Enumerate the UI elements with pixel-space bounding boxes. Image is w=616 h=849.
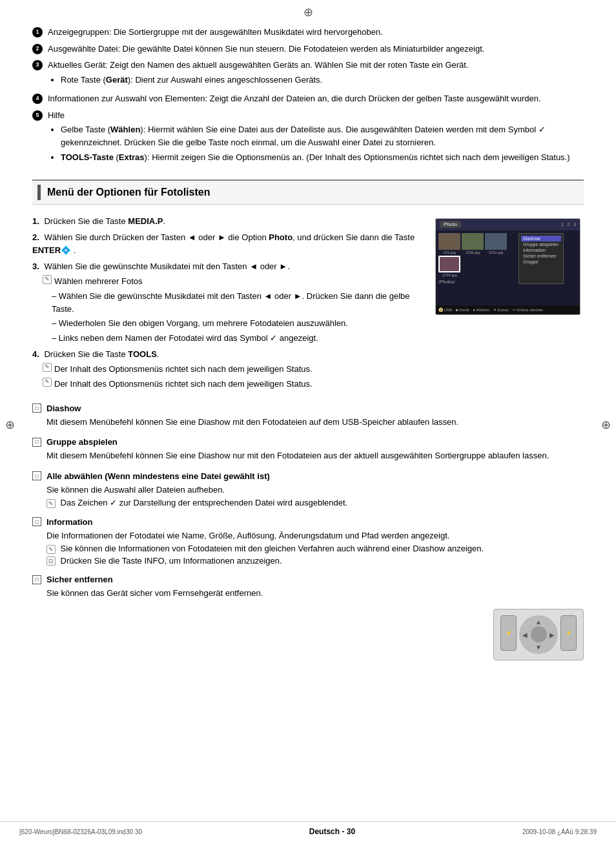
option-title-alle-abwaehlen: Alle abwählen (Wenn mindestens eine Date… xyxy=(46,471,270,481)
step-1: 1. Drücken Sie die Taste MEDIA.P. xyxy=(32,215,422,228)
menu-item-gruppe2[interactable]: Gruppe xyxy=(521,259,561,265)
menu-item-diashow[interactable]: Diashow xyxy=(521,236,561,241)
bottom-geraet: ■ Gerät xyxy=(456,308,469,312)
intro-list: 1Anzeigegruppen: Die Sortiergruppe mit d… xyxy=(32,26,584,167)
thumb-1: 123.jpg xyxy=(438,233,460,254)
option-checkbox-diashow: □ xyxy=(32,404,41,413)
intro-item-4: 4Informationen zur Auswahl von Elementen… xyxy=(32,92,584,105)
sub-bullet-3-0: Rote Taste (Gerät): Dient zur Auswahl ei… xyxy=(61,74,584,87)
intro-item-1: 1Anzeigegruppen: Die Sortiergruppe mit d… xyxy=(32,26,584,39)
step-2: 2. Wählen Sie durch Drücken der Tasten ◄… xyxy=(32,231,422,256)
sub-steps-3: Wählen Sie die gewünschte Musikdatei mit… xyxy=(52,290,422,344)
step-num-3: 3. xyxy=(32,261,39,271)
intro-item-5: 5HilfeGelbe Taste (Wählen): Hiermit wähl… xyxy=(32,109,584,167)
note-icon: ✎ Das Zeichen ✓ zur Darstellung der ents… xyxy=(46,498,347,508)
thumb-label-3: 123c.jpg xyxy=(489,251,504,254)
sub-step-3-0: Wählen Sie die gewünschte Musikdatei mit… xyxy=(52,290,422,315)
crosshair-top-icon: ⊕ xyxy=(303,5,313,19)
note-icon-4: ✎ xyxy=(43,378,52,387)
option-alle-abwaehlen: □Alle abwählen (Wenn mindestens eine Dat… xyxy=(32,471,584,508)
circle-num-4: 4 xyxy=(32,94,43,104)
thumb-img-1 xyxy=(438,233,460,250)
step-num-1: 1. xyxy=(32,216,39,226)
option-note-information-0: ✎ Sie können die Informationen von Fotod… xyxy=(32,544,584,554)
option-note-information-1: ⊡ Drücken Sie die Taste INFO, um Informa… xyxy=(32,556,584,566)
thumb-img-2 xyxy=(462,233,484,250)
note-text-4: Der Inhalt des Optionsmenüs richtet sich… xyxy=(54,378,313,391)
intro-content-3: Aktuelles Gerät: Zeigt den Namen des akt… xyxy=(48,59,584,88)
sub-bullets-3: Rote Taste (Gerät): Dient zur Auswahl ei… xyxy=(48,74,584,87)
thumb-3: 123c.jpg xyxy=(485,233,507,254)
section-heading: Menü der Optionen für Fotolisten xyxy=(32,179,584,205)
remote-dpad: ▲ ▼ ◀ ▶ xyxy=(519,615,558,654)
option-title-sicher-entfernen: Sicher entfernen xyxy=(46,575,113,584)
remote-image-area: ⚡ ▲ ▼ ◀ ▶ ⚡ xyxy=(32,609,584,660)
step-4-note: ✎Der Inhalt des Optionsmenüs richtet sic… xyxy=(43,378,422,391)
option-note-alle-abwaehlen-0: ✎ Das Zeichen ✓ zur Darstellung der ents… xyxy=(32,498,584,508)
option-checkbox-alle-abwaehlen: □ xyxy=(32,471,41,480)
step-num-4: 4. xyxy=(32,349,39,359)
thumb-2: 123b.jpg xyxy=(462,233,484,254)
option-diashow: □DiashowMit diesem Menübefehl können Sie… xyxy=(32,404,584,429)
section-heading-bar xyxy=(37,185,41,200)
crosshair-right-icon: ⊕ xyxy=(601,418,611,432)
step-note-4: ✎Der Inhalt des Optionsmenüs richtet sic… xyxy=(43,363,422,376)
thumb-label-1: 123.jpg xyxy=(443,251,456,254)
option-heading-diashow: □Diashow xyxy=(32,404,584,413)
intro-item-3: 3Aktuelles Gerät: Zeigt den Namen des ak… xyxy=(32,59,584,88)
thumb-img-3 xyxy=(485,233,507,250)
bottom-extras: ✦ Extras xyxy=(493,307,509,312)
option-body-diashow: Mit diesem Menübefehl können Sie eine Di… xyxy=(46,416,584,429)
menu-item-sicher[interactable]: Sicher entfernen xyxy=(521,253,561,259)
two-col-layout: 1. Drücken Sie die Taste MEDIA.P.2. Wähl… xyxy=(32,215,584,397)
steps-list: 1. Drücken Sie die Taste MEDIA.P.2. Wähl… xyxy=(32,215,422,391)
option-gruppe-abspielen: □Gruppe abspielenMit diesem Menübefehl k… xyxy=(32,437,584,462)
menu-item-gruppe[interactable]: Gruppe abspielen xyxy=(521,241,561,247)
option-information: □InformationDie Informationen der Fotoda… xyxy=(32,517,584,566)
option-body-alle-abwaehlen: Sie können die Auswahl aller Dateien auf… xyxy=(46,484,584,496)
intro-item-2: 2Ausgewählte Datei: Die gewählte Datei k… xyxy=(32,43,584,56)
option-title-information: Information xyxy=(46,517,93,527)
intro-content-1: Anzeigegruppen: Die Sortiergruppe mit de… xyxy=(48,26,584,39)
screen-column: Photo 1 2 3 123.jpg 123b.jpg xyxy=(435,215,584,397)
option-heading-gruppe-abspielen: □Gruppe abspielen xyxy=(32,437,584,447)
screen-main-area: 123.jpg 123b.jpg 123c.jpg xyxy=(436,230,580,287)
option-body-information: Die Informationen der Fotodatei wie Name… xyxy=(46,529,584,542)
note-icon: ✎ Sie können die Informationen von Fotod… xyxy=(46,544,484,554)
remote-usb-icons: ⚡ ▲ ▼ ◀ ▶ ⚡ xyxy=(500,615,577,654)
step-note-3: ✎Wählen mehrerer Fotos xyxy=(43,275,422,288)
option-body-gruppe-abspielen: Mit diesem Menübefehl können Sie eine Di… xyxy=(46,449,584,462)
screen-bottom-bar: 📀 USB ■ Gerät ● Wählen ✦ Extras ↩ Ordner… xyxy=(436,305,580,314)
step-main-4: 4. Drücken Sie die Taste TOOLS. xyxy=(32,348,422,361)
thumb-label-4: 1234.jpg xyxy=(442,273,457,277)
option-checkbox-sicher-entfernen: □ xyxy=(32,575,41,584)
sub-step-3-2: Links neben dem Namen der Fotodatei wird… xyxy=(52,332,422,345)
step-main-2: 2. Wählen Sie durch Drücken der Tasten ◄… xyxy=(32,231,422,256)
thumbnails-grid: 123.jpg 123b.jpg 123c.jpg xyxy=(438,233,516,277)
option-body-sicher-entfernen: Sie können das Gerät sicher vom Fernsehg… xyxy=(46,587,584,600)
screen-title: Photo xyxy=(440,221,461,228)
folder-path: /Photos/ xyxy=(438,280,516,284)
steps-column: 1. Drücken Sie die Taste MEDIA.P.2. Wähl… xyxy=(32,215,422,397)
thumb-label-2: 123b.jpg xyxy=(465,251,480,254)
crosshair-left-icon: ⊕ xyxy=(5,418,15,432)
info-icon: ⊡ Drücken Sie die Taste INFO, um Informa… xyxy=(46,556,282,566)
circle-num-5: 5 xyxy=(32,110,43,121)
usb-right: ⚡ xyxy=(560,615,577,651)
dpad-down: ▼ xyxy=(535,644,542,651)
screen-tab-numbers: 1 2 3 xyxy=(561,222,576,227)
dpad-left: ◀ xyxy=(522,631,528,638)
sub-bullet-5-0: Gelbe Taste (Wählen): Hiermit wählen Sie… xyxy=(61,123,584,148)
menu-item-information[interactable]: Information xyxy=(521,247,561,253)
option-heading-information: □Information xyxy=(32,517,584,527)
step-4: 4. Drücken Sie die Taste TOOLS.✎Der Inha… xyxy=(32,348,422,391)
usb-left: ⚡ xyxy=(500,615,517,651)
option-title-gruppe-abspielen: Gruppe abspielen xyxy=(46,437,118,447)
screen-top-bar: Photo 1 2 3 xyxy=(436,219,580,230)
bottom-ordner: ↩ Ordner darüber xyxy=(513,307,544,312)
intro-content-4: Informationen zur Auswahl von Elementen:… xyxy=(48,92,584,105)
sub-step-3-1: Wiederholen Sie den obigen Vorgang, um m… xyxy=(52,317,422,330)
options-container: □DiashowMit diesem Menübefehl können Sie… xyxy=(32,404,584,600)
note-text: Der Inhalt des Optionsmenüs richtet sich… xyxy=(54,363,313,376)
circle-num-2: 2 xyxy=(32,44,43,54)
